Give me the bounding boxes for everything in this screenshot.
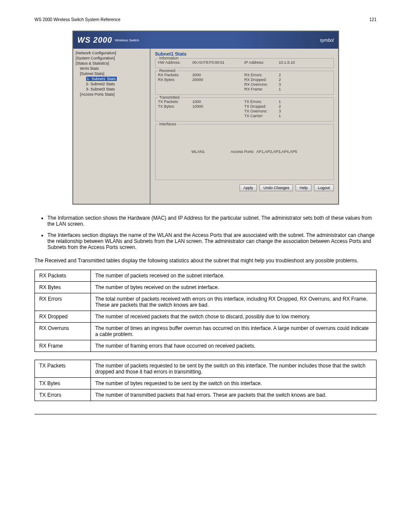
rx-bytes-label: RX Bytes: bbox=[158, 78, 193, 82]
bullet-1: The Information section shows the Hardwa… bbox=[47, 215, 377, 227]
hw-value: 00:A0:F8:F0:00:01 bbox=[193, 60, 225, 65]
tx-packets-value: 1000 bbox=[193, 100, 218, 104]
info-fieldset: Information HW Address:00:A0:F8:F0:00:01… bbox=[155, 58, 334, 68]
received-legend: Received bbox=[158, 68, 177, 73]
tree-node-wan-stats[interactable]: WAN Stats bbox=[74, 66, 149, 71]
tx-errors-label: TX Errors: bbox=[244, 100, 279, 104]
rx-frame-label: RX Frame: bbox=[244, 87, 279, 91]
tx-bytes-desc: The number of bytes requested to be sent… bbox=[91, 377, 377, 389]
header-left: WS 2000 Wireless Switch System Reference bbox=[34, 17, 121, 22]
rx-dropped-key: RX Dropped bbox=[35, 311, 91, 322]
rx-dropped-desc: The number of received packets that the … bbox=[91, 311, 377, 322]
page-header: WS 2000 Wireless Switch System Reference… bbox=[34, 17, 377, 22]
undo-button[interactable]: Undo Changes bbox=[259, 184, 293, 191]
tree-node-subnet-stats[interactable]: [Subnet Stats] bbox=[74, 71, 149, 76]
rx-dropped-value: 2 bbox=[279, 78, 305, 82]
tx-bytes-value: 10000 bbox=[193, 104, 218, 109]
tx-carrier-label: TX Carrier: bbox=[244, 114, 279, 118]
tx-overruns-value: 3 bbox=[279, 109, 305, 113]
rx-overruns-key: RX Overruns bbox=[35, 322, 91, 340]
rx-packets-desc: The number of packets received on the su… bbox=[91, 270, 377, 281]
app-subtitle: Wireless Switch bbox=[115, 38, 139, 42]
wlan-label: WLAN1 bbox=[191, 149, 205, 154]
content-title: Subnet1 Stats bbox=[155, 51, 334, 56]
table-row: RX OverrunsThe number of times an ingres… bbox=[35, 322, 377, 340]
transmitted-legend: Transmitted bbox=[158, 95, 181, 100]
interfaces-fieldset: Interfaces WLAN1 Access Ports: AP1,AP2,A… bbox=[155, 124, 334, 180]
rx-errors-value: 2 bbox=[279, 73, 305, 77]
rx-bytes-key: RX Bytes bbox=[35, 281, 91, 293]
rx-bytes-desc: The number of bytes received on the subn… bbox=[91, 281, 377, 293]
transmitted-fieldset: Transmitted TX Packets:1000 TX Bytes:100… bbox=[155, 97, 334, 121]
tx-packets-label: TX Packets: bbox=[158, 100, 193, 104]
table-row: RX PacketsThe number of packets received… bbox=[35, 270, 377, 281]
tx-dropped-value: 2 bbox=[279, 104, 305, 109]
tree-node-subnet2[interactable]: 2- Subnet2 Stats bbox=[74, 81, 149, 87]
rx-dropped-label: RX Dropped: bbox=[244, 78, 279, 82]
logout-button[interactable]: Logout bbox=[314, 184, 334, 191]
tx-carrier-value: 1 bbox=[279, 114, 305, 118]
interfaces-legend: Interfaces bbox=[158, 122, 178, 126]
intro-text: The Received and Transmitted tables disp… bbox=[34, 257, 377, 264]
tree-node-network-config[interactable]: [Network Configuration] bbox=[74, 50, 149, 56]
table-row: TX ErrorsThe number of transmitted packe… bbox=[35, 389, 377, 401]
tx-bytes-key: TX Bytes bbox=[35, 377, 91, 389]
rx-table: RX PacketsThe number of packets received… bbox=[34, 270, 377, 352]
tree-node-status-stats[interactable]: [Status & Statistics] bbox=[74, 61, 149, 66]
table-row: TX PacketsThe number of packets requeste… bbox=[35, 360, 377, 377]
rx-packets-key: RX Packets bbox=[35, 270, 91, 281]
tree-node-ap-stats[interactable]: [Access Ports Stats] bbox=[74, 92, 149, 97]
nav-tree[interactable]: [Network Configuration] [System Configur… bbox=[73, 49, 151, 204]
rx-packets-value: 2000 bbox=[193, 73, 218, 77]
rx-errors-key: RX Errors bbox=[35, 293, 91, 311]
ip-label: IP Address: bbox=[244, 60, 279, 65]
rx-frame-value: 1 bbox=[279, 87, 305, 91]
bullet-2: The Interfaces section displays the name… bbox=[47, 232, 377, 250]
ip-value: 10.1.6.10 bbox=[279, 60, 295, 65]
tree-node-subnet3[interactable]: 3- Subnet3 Stats bbox=[74, 87, 149, 92]
bullet-list: The Information section shows the Hardwa… bbox=[34, 215, 377, 250]
header-right: 121 bbox=[369, 17, 377, 22]
screenshot-panel: WS 2000 Wireless Switch symbol [Network … bbox=[72, 31, 339, 205]
access-ports: Access Ports: AP1,AP2,AP3,AP4,AP5 bbox=[230, 149, 297, 154]
tree-node-system-config[interactable]: [System Configuration] bbox=[74, 56, 149, 61]
app-logo: WS 2000 bbox=[78, 36, 112, 45]
table-row: RX ErrorsThe total number of packets rec… bbox=[35, 293, 377, 311]
info-legend: Information bbox=[158, 56, 180, 60]
tx-overruns-label: TX Overruns: bbox=[244, 109, 279, 113]
rx-errors-label: RX Errors: bbox=[244, 73, 279, 77]
tx-errors-value: 1 bbox=[279, 100, 305, 104]
table-row: RX DroppedThe number of received packets… bbox=[35, 311, 377, 322]
tx-packets-desc: The number of packets requested to be se… bbox=[91, 360, 377, 377]
page-footer bbox=[34, 414, 377, 416]
tx-errors-desc: The number of transmitted packets that h… bbox=[91, 389, 377, 401]
rx-frame-key: RX Frame bbox=[35, 340, 91, 352]
apply-button[interactable]: Apply bbox=[240, 184, 257, 191]
button-row: Apply Undo Changes Help Logout bbox=[155, 183, 334, 191]
tx-dropped-label: TX Dropped: bbox=[244, 104, 279, 109]
tree-node-subnet1[interactable]: 1- Subnet1 Stats bbox=[74, 76, 149, 81]
table-row: TX BytesThe number of bytes requested to… bbox=[35, 377, 377, 389]
app-banner: WS 2000 Wireless Switch symbol bbox=[73, 31, 338, 49]
rx-packets-label: RX Packets: bbox=[158, 73, 193, 77]
rx-frame-desc: The number of framing errors that have o… bbox=[91, 340, 377, 352]
hw-label: HW Address: bbox=[158, 60, 193, 65]
received-fieldset: Received RX Packets:2000 RX Bytes:20000 … bbox=[155, 71, 334, 95]
rx-overruns-value: 3 bbox=[279, 82, 305, 87]
help-button[interactable]: Help bbox=[296, 184, 311, 191]
table-row: RX BytesThe number of bytes received on … bbox=[35, 281, 377, 293]
tx-bytes-label: TX Bytes: bbox=[158, 104, 193, 109]
tx-errors-key: TX Errors bbox=[35, 389, 91, 401]
content-pane: Subnet1 Stats Information HW Address:00:… bbox=[151, 49, 338, 204]
rx-bytes-value: 20000 bbox=[193, 78, 218, 82]
brand-logo: symbol bbox=[320, 38, 334, 43]
rx-errors-desc: The total number of packets received wit… bbox=[91, 293, 377, 311]
rx-overruns-desc: The number of times an ingress buffer ov… bbox=[91, 322, 377, 340]
tx-packets-key: TX Packets bbox=[35, 360, 91, 377]
table-row: RX FrameThe number of framing errors tha… bbox=[35, 340, 377, 352]
rx-overruns-label: RX Overruns: bbox=[244, 82, 279, 87]
tx-table: TX PacketsThe number of packets requeste… bbox=[34, 360, 377, 401]
